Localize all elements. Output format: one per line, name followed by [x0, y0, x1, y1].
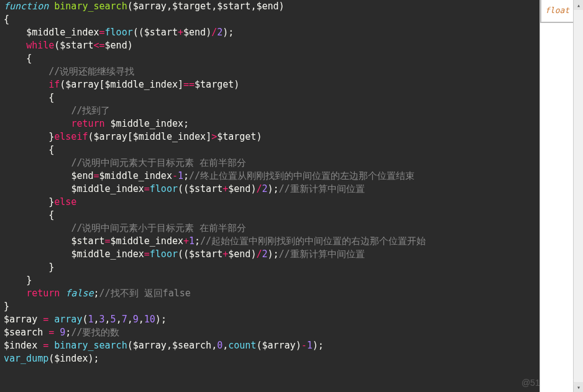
editor-viewport: function binary_search($array,$target,$s…: [0, 0, 583, 392]
keyword-if: if: [48, 79, 60, 90]
code-editor[interactable]: function binary_search($array,$target,$s…: [0, 0, 538, 392]
comment-recalc1: //重新计算中间位置: [279, 183, 365, 194]
scrollbar-vertical[interactable]: ▴ ▾: [573, 0, 583, 392]
binary-search-call: binary_search: [54, 340, 127, 351]
keyword-while: while: [26, 40, 54, 51]
output-type-label: float: [545, 6, 569, 15]
scroll-up-icon[interactable]: ▴: [574, 0, 583, 10]
comment-small: //说明中间元素小于目标元素 在前半部分: [71, 222, 246, 234]
watermark-label: @51CTO博客: [521, 376, 576, 390]
param-start: $start: [217, 1, 250, 12]
floor-call: floor: [105, 27, 133, 38]
param-end: $end: [256, 1, 278, 12]
comment-startpos: //起始位置中刚刚找到的中间位置的右边那个位置开始: [200, 235, 426, 247]
param-array: $array: [133, 1, 167, 12]
keyword-function: function: [4, 1, 48, 12]
function-name: binary_search: [54, 1, 127, 12]
comment-notfound: //找不到 返回false: [99, 288, 191, 299]
count-call: count: [228, 340, 256, 351]
keyword-false: false: [65, 288, 93, 299]
param-target: $target: [172, 1, 211, 12]
output-panel: float 4 ▴ ▾: [539, 0, 583, 392]
array-call: array: [54, 314, 82, 325]
comment-found: //找到了: [71, 105, 110, 116]
comment-continue: //说明还能继续寻找: [48, 66, 134, 77]
var-dump-call: var_dump: [4, 353, 48, 364]
keyword-return: return: [71, 118, 104, 129]
keyword-elseif: elseif: [54, 131, 88, 142]
comment-wanted: //要找的数: [71, 327, 119, 338]
keyword-else: else: [54, 196, 76, 207]
comment-endpos: //终止位置从刚刚找到的中间位置的左边那个位置结束: [189, 170, 415, 181]
comment-recalc2: //重新计算中间位置: [279, 248, 365, 260]
comment-big: //说明中间元素大于目标元素 在前半部分: [71, 157, 246, 168]
